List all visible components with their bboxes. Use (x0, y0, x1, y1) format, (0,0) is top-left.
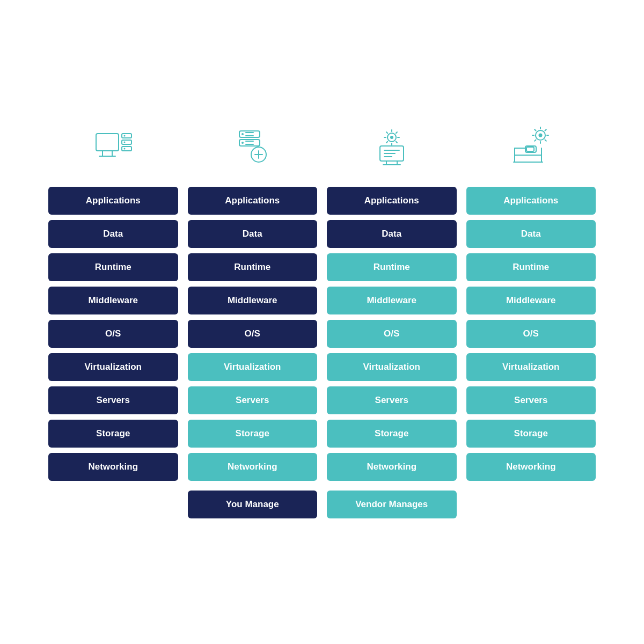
cell-paas-servers: Servers (327, 386, 457, 414)
server-plus-icon (231, 126, 274, 169)
cell-paas-runtime: Runtime (327, 253, 457, 281)
svg-line-47 (535, 140, 536, 141)
cell-on-premises-applications: Applications (48, 187, 178, 215)
cell-iaas-middleware: Middleware (188, 287, 318, 314)
vendor-manages-label: Vendor Manages (327, 491, 457, 518)
monitor-server-icon (92, 126, 135, 169)
cell-paas-networking: Networking (327, 453, 457, 481)
cell-paas-virtualization: Virtualization (327, 353, 457, 381)
cell-on-premises-middleware: Middleware (48, 287, 178, 314)
cell-iaas-runtime: Runtime (188, 253, 318, 281)
cell-on-premises-networking: Networking (48, 453, 178, 481)
cell-iaas-applications: Applications (188, 187, 318, 215)
gear-bed-icon (509, 126, 552, 169)
cell-saas-runtime: Runtime (466, 253, 596, 281)
col-header-on-premises (48, 126, 178, 174)
grid-col-saas: ApplicationsDataRuntimeMiddlewareO/SVirt… (466, 187, 596, 481)
cell-saas-storage: Storage (466, 420, 596, 448)
grid-rows: ApplicationsDataRuntimeMiddlewareO/SVirt… (48, 187, 596, 481)
cell-on-premises-data: Data (48, 220, 178, 248)
cell-paas-applications: Applications (327, 187, 457, 215)
cell-iaas-virtualization: Virtualization (188, 353, 318, 381)
svg-line-45 (545, 140, 546, 141)
legend-row: You Manage Vendor Manages (48, 491, 596, 518)
grid-col-paas: ApplicationsDataRuntimeMiddlewareO/SVirt… (327, 187, 457, 481)
cell-iaas-o-s: O/S (188, 320, 318, 348)
svg-rect-8 (122, 147, 131, 151)
cell-on-premises-o-s: O/S (48, 320, 178, 348)
svg-rect-54 (526, 147, 534, 151)
cell-saas-o-s: O/S (466, 320, 596, 348)
svg-line-28 (396, 142, 397, 143)
svg-line-44 (535, 129, 536, 130)
cell-iaas-networking: Networking (188, 453, 318, 481)
cell-on-premises-servers: Servers (48, 386, 178, 414)
cell-saas-networking: Networking (466, 453, 596, 481)
cell-on-premises-virtualization: Virtualization (48, 353, 178, 381)
cell-on-premises-runtime: Runtime (48, 253, 178, 281)
svg-point-22 (390, 136, 393, 139)
main-container: ApplicationsDataRuntimeMiddlewareO/SVirt… (38, 109, 606, 535)
cell-paas-middleware: Middleware (327, 287, 457, 314)
cell-paas-o-s: O/S (327, 320, 457, 348)
svg-rect-4 (122, 134, 131, 138)
cell-iaas-servers: Servers (188, 386, 318, 414)
cell-paas-data: Data (327, 220, 457, 248)
col-header-iaas (188, 126, 318, 174)
svg-point-7 (123, 142, 125, 143)
header-row (48, 126, 596, 174)
cell-saas-data: Data (466, 220, 596, 248)
col-header-saas (466, 126, 596, 174)
cell-saas-servers: Servers (466, 386, 596, 414)
grid-col-on-premises: ApplicationsDataRuntimeMiddlewareO/SVirt… (48, 187, 178, 481)
svg-point-5 (123, 135, 125, 137)
svg-rect-0 (96, 134, 119, 151)
cell-iaas-storage: Storage (188, 420, 318, 448)
cell-on-premises-storage: Storage (48, 420, 178, 448)
settings-monitor-icon (370, 126, 413, 169)
cell-saas-middleware: Middleware (466, 287, 596, 314)
svg-point-15 (241, 142, 244, 144)
svg-line-27 (386, 132, 387, 133)
svg-point-11 (241, 133, 244, 135)
grid-col-iaas: ApplicationsDataRuntimeMiddlewareO/SVirt… (188, 187, 318, 481)
svg-line-46 (545, 129, 546, 130)
cell-paas-storage: Storage (327, 420, 457, 448)
cell-saas-virtualization: Virtualization (466, 353, 596, 381)
col-header-paas (327, 126, 457, 174)
cell-iaas-data: Data (188, 220, 318, 248)
svg-line-29 (396, 132, 397, 133)
you-manage-label: You Manage (188, 491, 318, 518)
svg-line-30 (386, 142, 387, 143)
cell-saas-applications: Applications (466, 187, 596, 215)
svg-point-9 (123, 148, 125, 150)
svg-point-39 (539, 134, 543, 137)
svg-rect-6 (122, 140, 131, 144)
